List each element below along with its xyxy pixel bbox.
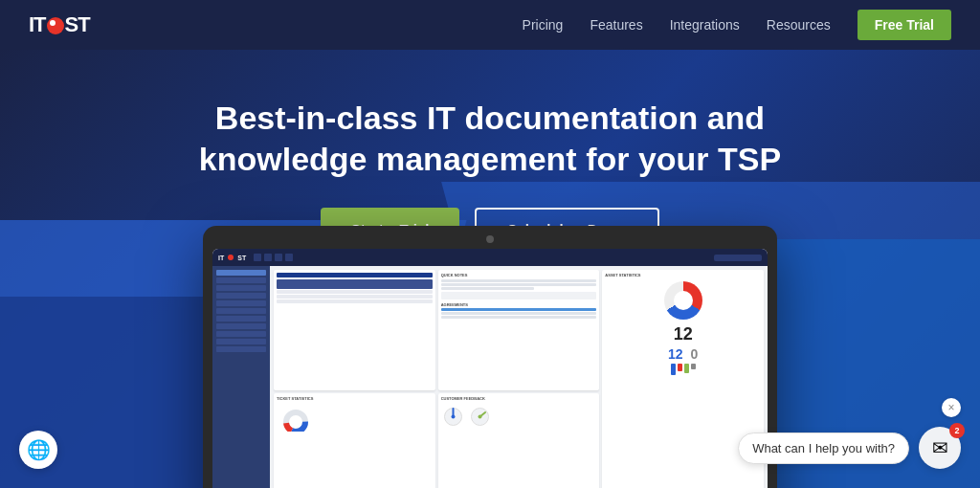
laptop-outer: IT ST <box>203 226 777 488</box>
mini-bar-4 <box>691 364 696 369</box>
mini-agree-line-2 <box>441 312 597 315</box>
mini-logo-circle <box>228 255 234 260</box>
mini-card-contact <box>274 270 435 390</box>
mini-icon-1 <box>254 254 261 261</box>
mini-asset-stats-title: ASSET STATISTICS <box>605 273 640 277</box>
navbar: ITST Pricing Features Integrations Resou… <box>0 0 980 50</box>
hero-title: Best-in-class IT documentation and knowl… <box>155 98 825 179</box>
globe-icon[interactable]: 🌐 <box>19 431 57 469</box>
mini-note-block <box>441 292 597 299</box>
mini-feedback-gauges <box>441 405 597 429</box>
mini-note-line-2 <box>441 283 597 286</box>
mini-topbar-icons <box>254 254 293 261</box>
nav-resources[interactable]: Resources <box>767 17 831 33</box>
mini-card-title-1 <box>277 273 433 277</box>
mini-card-line-3 <box>277 299 433 303</box>
laptop-screen: IT ST <box>212 249 768 488</box>
sidebar-item-11 <box>216 346 266 352</box>
mini-topbar: IT ST <box>212 249 768 266</box>
sidebar-item-6 <box>216 308 266 314</box>
chat-icon[interactable]: ✉ 2 <box>919 427 961 469</box>
sidebar-item-9 <box>216 331 266 337</box>
mini-search-bar <box>714 255 762 261</box>
sidebar-item-7 <box>216 316 266 322</box>
nav-pricing[interactable]: Pricing <box>523 17 564 33</box>
mini-note-line-1 <box>441 279 597 282</box>
globe-symbol: 🌐 <box>27 438 51 461</box>
mini-card-customer-feedback: CUSTOMER FEEDBACK <box>438 393 600 489</box>
mini-donut-chart <box>664 281 702 320</box>
sidebar-item-2 <box>216 277 266 283</box>
sidebar-item-1 <box>216 270 266 276</box>
sidebar-item-8 <box>216 323 266 329</box>
mini-card-header-blue <box>277 279 433 289</box>
mini-ui: IT ST <box>212 249 768 488</box>
nav-links: Pricing Features Integrations Resources … <box>523 10 951 40</box>
mini-card-line-1 <box>277 290 433 294</box>
mini-logo: IT <box>218 255 224 261</box>
mini-ticket-chart <box>277 403 315 432</box>
mini-stat-blue: 12 <box>668 346 683 362</box>
chat-close-button[interactable]: × <box>942 398 961 417</box>
mini-icon-2 <box>264 254 272 261</box>
mini-card-ticket-stats: TICKET STATISTICS <box>274 393 435 489</box>
sidebar-item-3 <box>216 285 266 291</box>
sidebar-item-5 <box>216 300 266 306</box>
mini-ticket-donut-wrap <box>277 403 315 432</box>
svg-point-6 <box>478 414 481 418</box>
chat-message: What can I help you with? <box>738 433 909 464</box>
mini-stat-bars <box>671 364 696 375</box>
nav-features[interactable]: Features <box>590 17 642 33</box>
mini-bar-2 <box>678 364 682 371</box>
mini-icon-3 <box>275 254 282 261</box>
mini-bar-1 <box>671 364 676 375</box>
chat-notification-badge: 2 <box>949 423 965 438</box>
logo[interactable]: ITST <box>29 12 90 37</box>
mini-feedback-title: CUSTOMER FEEDBACK <box>441 396 597 401</box>
sidebar-item-10 <box>216 339 266 344</box>
chat-widget[interactable]: × What can I help you with? ✉ 2 <box>738 427 961 469</box>
svg-point-4 <box>451 414 455 418</box>
mini-quick-notes-title: QUICK NOTES <box>441 273 597 277</box>
hero-content: Best-in-class IT documentation and knowl… <box>0 50 980 251</box>
free-trial-button[interactable]: Free Trial <box>858 10 951 40</box>
mini-stat-grey: 0 <box>691 346 699 362</box>
mini-agree-line-3 <box>441 316 597 319</box>
mini-card-line-2 <box>277 295 433 299</box>
mini-card-quick-notes: QUICK NOTES AGREEMENTS <box>438 270 600 390</box>
nav-integrations[interactable]: Integrations <box>670 17 740 33</box>
mini-body: QUICK NOTES AGREEMENTS <box>212 266 768 488</box>
hero-section: Best-in-class IT documentation and knowl… <box>0 50 980 488</box>
chat-envelope-icon: ✉ <box>932 436 948 459</box>
mini-agreements-title: AGREEMENTS <box>441 302 597 307</box>
mini-icon-4 <box>285 254 293 261</box>
mini-main-content: QUICK NOTES AGREEMENTS <box>270 266 768 488</box>
mini-note-line-3 <box>441 287 535 290</box>
mini-sidebar <box>212 266 270 488</box>
mini-stat-numbers-row: 12 0 <box>668 346 698 362</box>
mini-stat-number: 12 <box>674 325 693 343</box>
mini-bar-3 <box>684 364 689 373</box>
mini-gauge-1 <box>441 405 465 429</box>
mini-logo-2: ST <box>237 255 246 261</box>
laptop-camera <box>486 235 494 243</box>
laptop-mockup: IT ST <box>203 226 777 488</box>
sidebar-item-4 <box>216 293 266 299</box>
mini-agree-line-1 <box>441 308 597 311</box>
mini-gauge-2 <box>468 405 492 429</box>
mini-ticket-stats-title: TICKET STATISTICS <box>277 396 433 401</box>
